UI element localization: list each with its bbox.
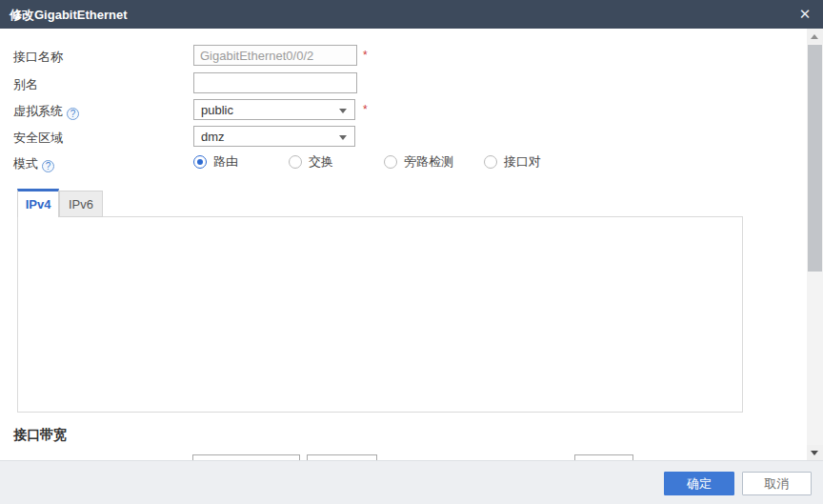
dialog-title: 修改GigabitEthernet [10,7,128,24]
tab-ipv6[interactable]: IPv6 [59,191,103,217]
scroll-down-button[interactable] [807,445,823,460]
interface-name-required-mark: * [363,49,368,62]
scroll-up-button[interactable] [807,29,823,44]
arrow-up-icon [811,34,818,39]
virtual-system-required-mark: * [363,103,368,116]
scrollbar-thumb[interactable] [808,45,822,272]
mode-help-icon[interactable]: ? [42,160,54,172]
alias-label: 别名 [13,76,38,93]
close-icon[interactable]: ✕ [794,4,815,25]
interface-name-input [193,45,357,66]
virtual-system-value: public [201,103,233,117]
ipv4-panel [17,216,743,413]
virtual-system-select[interactable]: public [193,99,355,120]
radio-icon [484,155,497,169]
radio-icon [289,155,302,169]
dialog-footer: 确定 取消 [0,460,823,504]
chevron-down-icon [339,135,347,140]
radio-icon [193,155,207,169]
alias-input[interactable] [193,72,357,93]
mode-radio-bypass[interactable]: 旁路检测 [384,153,453,171]
security-zone-select[interactable]: dmz [193,126,355,147]
security-zone-label: 安全区域 [13,130,63,147]
vertical-scrollbar[interactable] [807,29,823,460]
virtual-system-help-icon[interactable]: ? [67,108,79,120]
bandwidth-section-title: 接口带宽 [13,427,67,444]
arrow-down-icon [811,451,818,455]
security-zone-value: dmz [201,130,225,144]
mode-radio-route[interactable]: 路由 [193,153,238,171]
radio-icon [384,155,397,169]
ok-button[interactable]: 确定 [664,472,734,495]
mode-radio-interface-pair[interactable]: 接口对 [484,153,541,171]
mode-label: 模式? [13,155,54,172]
mode-radio-switch[interactable]: 交换 [289,153,333,171]
virtual-system-label: 虚拟系统? [13,103,79,120]
dialog-titlebar: 修改GigabitEthernet ✕ [0,0,823,29]
interface-name-label: 接口名称 [13,49,63,66]
cancel-button[interactable]: 取消 [742,472,812,495]
chevron-down-icon [339,109,347,113]
tab-ipv4[interactable]: IPv4 [17,189,59,217]
